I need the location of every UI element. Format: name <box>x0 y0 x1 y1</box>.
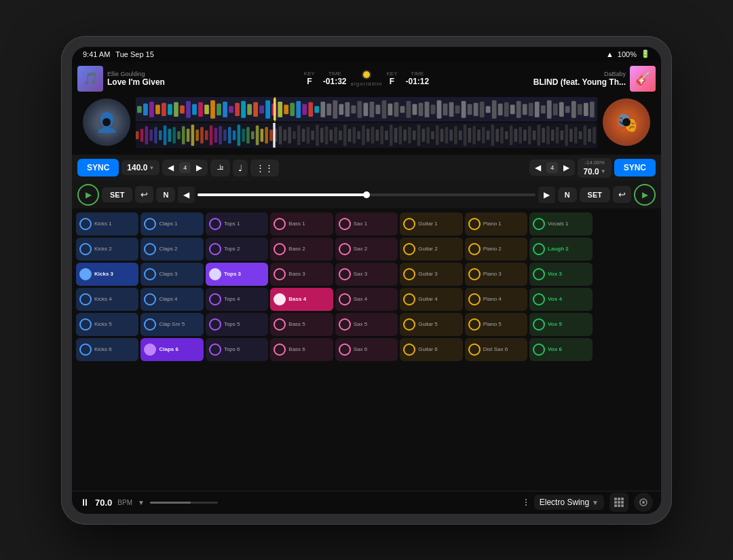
pad-vox-5[interactable]: Vox 5 <box>529 313 592 336</box>
dj-app: 🎵 Ellie Goulding Love I'm Given KEY F TI… <box>72 62 661 514</box>
svg-rect-78 <box>145 126 149 145</box>
left-cue-prev[interactable]: ◀ <box>178 187 195 203</box>
left-loop-button[interactable]: ↩ <box>135 186 153 203</box>
pad-claps-3[interactable]: Claps 3 <box>140 263 203 286</box>
svg-rect-58 <box>492 100 497 118</box>
pad-kicks-2[interactable]: Kicks 2 <box>76 238 138 261</box>
svg-rect-159 <box>519 127 522 143</box>
svg-rect-123 <box>353 127 356 143</box>
pad-sax-4[interactable]: Sax 4 <box>335 288 398 311</box>
pad-guitar-4[interactable]: Guitar 4 <box>400 288 462 311</box>
pad-tops-4[interactable]: Tops 4 <box>206 288 268 311</box>
pad-kicks-1[interactable]: Kicks 1 <box>76 212 138 236</box>
pad-vocals-1[interactable]: Vocals 1 <box>529 212 592 236</box>
pad-piano-5[interactable]: Piano 5 <box>465 313 527 336</box>
pad-claps-1[interactable]: Claps 1 <box>140 212 203 236</box>
pad-kicks-5[interactable]: Kicks 5 <box>76 313 138 336</box>
left-key-sync-button[interactable]: ♩ <box>233 160 248 176</box>
svg-rect-20 <box>259 105 264 113</box>
pad-guitar-6[interactable]: Guitar 6 <box>400 338 462 361</box>
left-waveform-top[interactable] <box>136 97 597 122</box>
right-loop-button[interactable]: ↩ <box>613 186 631 203</box>
pad-piano-4[interactable]: Piano 4 <box>465 288 527 311</box>
pad-tops-1[interactable]: Tops 1 <box>206 212 268 236</box>
svg-rect-174 <box>588 129 591 142</box>
progress-bar[interactable] <box>198 193 535 196</box>
pads-section: Kicks 1 Kicks 2 Kicks 3 Kicks 4 <box>72 208 661 491</box>
bottom-mixer-button[interactable]: ⫶ <box>523 496 529 508</box>
svg-rect-82 <box>164 126 167 145</box>
left-artist: Ellie Goulding <box>107 71 300 77</box>
left-waveform-bottom[interactable] <box>136 123 597 148</box>
pad-guitar-2[interactable]: Guitar 2 <box>400 238 462 261</box>
pad-bass-6[interactable]: Bass 6 <box>270 338 333 361</box>
svg-rect-35 <box>351 105 356 113</box>
pad-kicks-3[interactable]: Kicks 3 <box>76 263 138 286</box>
pad-bass-1[interactable]: Bass 1 <box>270 212 333 236</box>
left-nav-next[interactable]: ▶ <box>191 160 208 176</box>
tempo-slider[interactable] <box>150 502 218 504</box>
right-artist: DaBaby <box>433 71 626 77</box>
pad-bass-4[interactable]: Bass 4 <box>270 288 333 311</box>
svg-rect-133 <box>399 126 402 145</box>
svg-rect-180 <box>614 501 617 504</box>
left-grid-button[interactable]: ⋮⋮ <box>250 160 279 176</box>
pad-vox-3[interactable]: Vox 3 <box>529 263 592 286</box>
svg-rect-55 <box>474 102 478 116</box>
pad-piano-2[interactable]: Piano 2 <box>465 238 527 261</box>
pad-dist-sax-6[interactable]: Dist Sax 6 <box>465 338 527 361</box>
svg-rect-89 <box>195 130 199 141</box>
right-n-button[interactable]: N <box>558 187 577 202</box>
pad-sax-3[interactable]: Sax 3 <box>335 263 398 286</box>
pad-guitar-5[interactable]: Guitar 5 <box>400 313 462 336</box>
left-n-button[interactable]: N <box>156 187 175 202</box>
center-logo: algoriddim <box>351 70 383 87</box>
pad-tops-2[interactable]: Tops 2 <box>206 238 268 261</box>
pad-claps-4[interactable]: Claps 4 <box>140 288 203 311</box>
pad-piano-3[interactable]: Piano 3 <box>465 263 527 286</box>
left-play-button[interactable]: ▶ <box>77 184 99 206</box>
pad-bass-5[interactable]: Bass 5 <box>270 313 333 336</box>
ipad-device: 9:41 AM Tue Sep 15 ▲ 100% 🔋 🎵 Ellie G <box>61 36 672 525</box>
right-key-time: KEY F TIME -01:12 <box>386 71 429 86</box>
right-sync-button[interactable]: SYNC <box>614 159 656 176</box>
bottom-grid-button[interactable] <box>609 493 628 512</box>
right-nav-prev[interactable]: ◀ <box>529 160 546 176</box>
genre-selector[interactable]: Electro Swing ▼ <box>534 495 604 510</box>
pad-kicks-6[interactable]: Kicks 6 <box>76 338 138 361</box>
svg-rect-169 <box>565 124 568 146</box>
svg-rect-136 <box>413 130 416 141</box>
pad-laugh-2[interactable]: Laugh 2 <box>529 238 592 261</box>
pad-claps-2[interactable]: Claps 2 <box>140 238 203 261</box>
pad-guitar-3[interactable]: Guitar 3 <box>400 263 462 286</box>
left-set-button[interactable]: SET <box>102 187 132 202</box>
pad-sax-5[interactable]: Sax 5 <box>335 313 398 336</box>
bottom-settings-button[interactable] <box>634 493 653 512</box>
pad-piano-1[interactable]: Piano 1 <box>465 212 527 236</box>
pad-sax-2[interactable]: Sax 2 <box>335 238 398 261</box>
pad-sax-6[interactable]: Sax 6 <box>335 338 398 361</box>
pad-bass-3[interactable]: Bass 3 <box>270 263 333 286</box>
pad-kicks-4[interactable]: Kicks 4 <box>76 288 138 311</box>
right-play-button[interactable]: ▶ <box>634 184 656 206</box>
bpm-dropdown-arrow[interactable]: ▼ <box>138 499 145 506</box>
pad-vox-4[interactable]: Vox 4 <box>529 288 592 311</box>
pad-clap-snr-5[interactable]: Clap Snr 5 <box>140 313 203 336</box>
pad-tops-6[interactable]: Tops 6 <box>206 338 268 361</box>
right-nav-next[interactable]: ▶ <box>558 160 575 176</box>
pad-guitar-1[interactable]: Guitar 1 <box>400 212 462 236</box>
right-cue-next[interactable]: ▶ <box>538 187 555 203</box>
svg-rect-166 <box>551 130 555 141</box>
pad-vox-6[interactable]: Vox 6 <box>529 338 592 361</box>
right-set-button[interactable]: SET <box>580 187 610 202</box>
svg-rect-16 <box>235 102 240 116</box>
pad-claps-6[interactable]: Claps 6 <box>140 338 203 361</box>
pad-tops-5[interactable]: Tops 5 <box>206 313 268 336</box>
left-sync-button[interactable]: SYNC <box>77 159 119 176</box>
left-filter-button[interactable]: ⫡ <box>210 160 230 176</box>
pad-bass-2[interactable]: Bass 2 <box>270 238 333 261</box>
pad-sax-1[interactable]: Sax 1 <box>335 212 398 236</box>
left-nav-prev[interactable]: ◀ <box>162 160 179 176</box>
pad-tops-3[interactable]: Tops 3 <box>206 263 268 286</box>
pause-icon[interactable]: ⏸ <box>80 497 90 508</box>
